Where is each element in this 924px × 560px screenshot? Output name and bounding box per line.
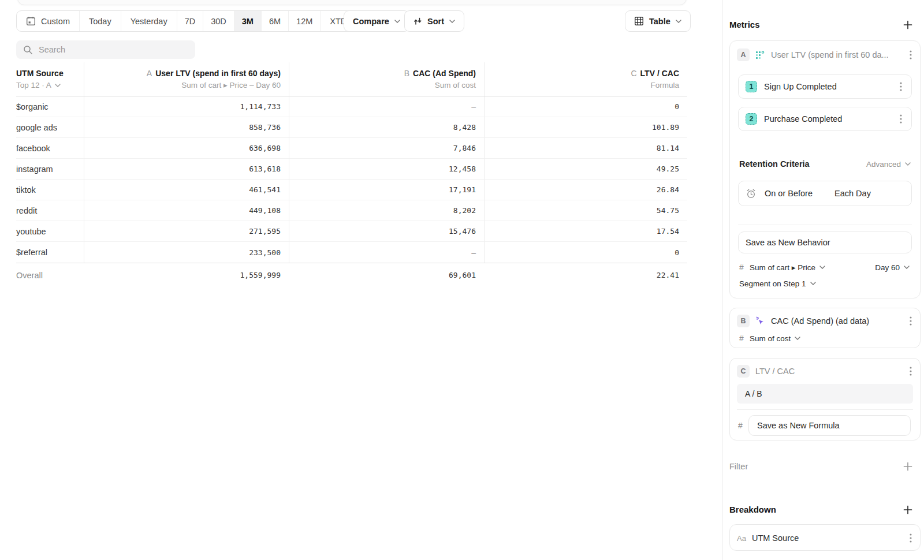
- step-1-menu-button[interactable]: [897, 81, 904, 92]
- metric-c-card[interactable]: C LTV / CAC A / B # Save as New Formula: [729, 358, 921, 440]
- metric-b-title: CAC (Ad Spend) (ad data): [771, 316, 901, 326]
- add-breakdown-button[interactable]: [903, 505, 912, 514]
- metrics-title: Metrics: [729, 20, 760, 29]
- step-2-label: Purchase Completed: [764, 114, 891, 124]
- aggregation-dropdown[interactable]: Sum of cart ▸ Price: [750, 263, 825, 272]
- divider: [738, 225, 912, 225]
- metric-a-title: User LTV (spend in first 60 da...: [771, 50, 901, 59]
- metric-c-badge: C: [737, 365, 750, 378]
- table-row[interactable]: reddit 449,108 8,202 54.75: [16, 200, 687, 221]
- breakdown-menu-button[interactable]: [907, 532, 914, 544]
- metric-a-card[interactable]: A User LTV (spend in first 60 da... 1 Si…: [729, 40, 921, 298]
- date-range-3m-active[interactable]: 3M: [234, 11, 262, 31]
- day-range-dropdown[interactable]: Day 60: [875, 263, 911, 272]
- advanced-dropdown[interactable]: Advanced: [866, 160, 911, 169]
- breakdown-item-label: UTM Source: [752, 533, 901, 543]
- metric-b-aggregation-dropdown[interactable]: Sum of cost: [750, 334, 800, 343]
- ad-data-metric-icon: [755, 316, 765, 326]
- funnel-step-2[interactable]: 2 Purchase Completed: [738, 107, 912, 131]
- table-row[interactable]: tiktok 461,541 17,191 26.84: [16, 180, 687, 200]
- date-range-30d[interactable]: 30D: [203, 11, 234, 31]
- metric-a-menu-button[interactable]: [907, 49, 914, 61]
- date-range-12m[interactable]: 12M: [289, 11, 321, 31]
- date-range-today[interactable]: Today: [80, 11, 121, 31]
- breakdown-title: Breakdown: [729, 505, 776, 514]
- retention-criteria-row: Retention Criteria Advanced: [739, 158, 911, 170]
- segment-on-step-dropdown[interactable]: Segment on Step 1: [739, 279, 816, 288]
- add-filter-button[interactable]: [903, 462, 912, 471]
- compare-button[interactable]: Compare: [344, 10, 409, 32]
- save-formula-row: # Save as New Formula: [738, 415, 912, 436]
- number-property-icon: #: [738, 421, 748, 430]
- column-header-c[interactable]: CLTV / CAC Formula: [484, 62, 687, 96]
- save-as-new-formula-button[interactable]: Save as New Formula: [748, 415, 911, 436]
- chevron-down-icon: [449, 20, 455, 23]
- table-row[interactable]: instagram 613,618 12,458 49.25: [16, 159, 687, 180]
- panel-divider: [722, 0, 722, 560]
- sort-arrows-icon: [413, 17, 422, 25]
- metrics-panel: Metrics A User LTV (spend in first 60 da…: [729, 0, 921, 560]
- metric-b-aggregation-row: # Sum of cost: [739, 333, 911, 344]
- step-1-label: Sign Up Completed: [764, 82, 891, 91]
- column-header-b[interactable]: BCAC (Ad Spend) Sum of cost: [289, 62, 484, 96]
- table-row[interactable]: $organic 1,114,733 – 0: [16, 96, 687, 117]
- formula-input[interactable]: A / B: [737, 384, 913, 404]
- retention-operator[interactable]: On or Before: [765, 189, 813, 198]
- divider: [737, 409, 913, 410]
- calendar-icon: [26, 16, 36, 26]
- search-icon: [23, 45, 33, 55]
- save-as-new-behavior-button[interactable]: Save as New Behavior: [738, 232, 912, 253]
- date-range-7d[interactable]: 7D: [177, 11, 204, 31]
- breakdown-utm-source-card[interactable]: Aa UTM Source: [729, 524, 921, 551]
- metric-b-badge: B: [737, 315, 750, 327]
- table-grid-icon: [634, 16, 644, 26]
- chevron-down-icon: [394, 20, 400, 23]
- behavior-metric-icon: [755, 50, 765, 60]
- date-range-custom[interactable]: Custom: [17, 11, 80, 31]
- date-range-control: Custom Today Yesterday 7D 30D 3M 6M 12M …: [16, 10, 367, 32]
- date-range-yesterday[interactable]: Yesterday: [121, 11, 177, 31]
- metric-c-title: LTV / CAC: [755, 367, 901, 376]
- chevron-down-icon: [676, 20, 681, 23]
- table-row[interactable]: $referral 233,500 – 0: [16, 242, 687, 263]
- step-2-menu-button[interactable]: [897, 113, 904, 125]
- aggregation-row: # Sum of cart ▸ Price Day 60: [739, 262, 911, 273]
- segment-row: Segment on Step 1: [739, 278, 911, 289]
- metric-c-header: C LTV / CAC: [737, 364, 914, 378]
- column-header-utm-source[interactable]: UTM Source Top 12 · A: [16, 62, 84, 96]
- segment-label: Custom: [41, 17, 70, 26]
- search-input[interactable]: [39, 45, 188, 54]
- table-header: UTM Source Top 12 · A AUser LTV (spend i…: [16, 62, 687, 96]
- metric-b-header: B CAC (Ad Spend) (ad data): [737, 314, 914, 328]
- table-body: $organic 1,114,733 – 0 google ads 858,73…: [16, 96, 687, 263]
- table-row[interactable]: facebook 636,698 7,846 81.14: [16, 138, 687, 159]
- number-property-icon: #: [739, 263, 750, 272]
- date-range-6m[interactable]: 6M: [262, 11, 289, 31]
- view-type-button[interactable]: Table: [625, 10, 691, 32]
- breakdown-table: UTM Source Top 12 · A AUser LTV (spend i…: [16, 62, 687, 287]
- table-overall-row: Overall 1,559,999 69,601 22.41: [16, 263, 687, 287]
- alarm-clock-icon: [746, 188, 757, 199]
- sort-button[interactable]: Sort: [404, 10, 464, 32]
- funnel-step-1[interactable]: 1 Sign Up Completed: [738, 74, 912, 99]
- breakdown-section-header: Breakdown: [729, 505, 921, 514]
- add-metric-button[interactable]: [903, 20, 912, 29]
- retention-criteria-title: Retention Criteria: [739, 159, 810, 169]
- retention-timing-box[interactable]: On or Before Each Day: [738, 181, 912, 206]
- breakdown-item-row: Aa UTM Source: [737, 531, 914, 545]
- metric-a-header: A User LTV (spend in first 60 da...: [737, 48, 914, 62]
- metric-b-menu-button[interactable]: [907, 315, 914, 327]
- metric-c-menu-button[interactable]: [907, 365, 914, 377]
- retention-period[interactable]: Each Day: [834, 189, 871, 198]
- column-header-a[interactable]: AUser LTV (spend in first 60 days) Sum o…: [84, 62, 289, 96]
- filter-section-header: Filter: [729, 462, 921, 471]
- step-2-badge: 2: [746, 113, 757, 125]
- table-row[interactable]: google ads 858,736 8,428 101.89: [16, 117, 687, 138]
- string-property-icon: Aa: [737, 534, 746, 543]
- metrics-section-header: Metrics: [729, 20, 921, 29]
- metric-b-card[interactable]: B CAC (Ad Spend) (ad data) # Sum of cost: [729, 308, 921, 348]
- canvas-top-edge: [17, 0, 687, 5]
- filter-title: Filter: [729, 462, 748, 471]
- chevron-down-icon[interactable]: [55, 84, 61, 87]
- table-row[interactable]: youtube 271,595 15,476 17.54: [16, 221, 687, 242]
